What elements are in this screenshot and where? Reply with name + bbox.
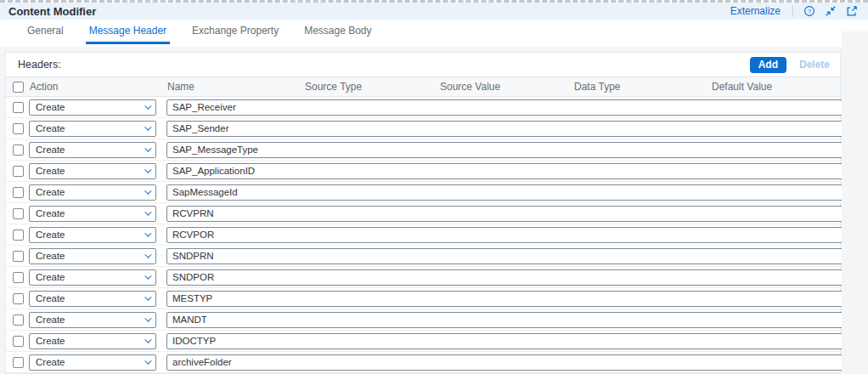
tab-message-body[interactable]: Message Body	[301, 20, 375, 44]
tab-strip: General Message Header Exchange Property…	[0, 20, 868, 44]
chevron-down-icon	[144, 166, 151, 173]
row-checkbox[interactable]	[13, 293, 24, 304]
action-select[interactable]: Create	[29, 163, 156, 179]
chevron-down-icon	[144, 272, 151, 279]
table-row: Create Expression /POSDW/POSTR_CREATEMUL…	[6, 331, 840, 352]
headers-label: Headers:	[18, 59, 61, 71]
table-row: Create Expression	[6, 224, 840, 246]
content-area: Headers: Add Delete Action Name Source T…	[0, 47, 868, 374]
chevron-down-icon	[144, 123, 151, 130]
row-checkbox[interactable]	[13, 102, 24, 113]
headers-panel: Headers: Add Delete Action Name Source T…	[5, 52, 841, 374]
name-input[interactable]	[166, 269, 868, 286]
table-header-row: Action Name Source Type Source Value Dat…	[6, 76, 840, 97]
table-row: Create XPath //_-POSDW_-E1BPTRANS...Sele…	[6, 161, 840, 182]
action-select[interactable]: Create	[29, 354, 156, 371]
chevron-down-icon	[144, 208, 151, 215]
row-checkbox[interactable]	[13, 208, 24, 219]
tab-exchange-property[interactable]: Exchange Property	[189, 20, 282, 44]
column-header-action: Action	[29, 81, 156, 93]
action-select[interactable]: Create	[29, 206, 156, 222]
table-row: Create Expression /POSDW/POSTR_CREATEMUL…	[6, 288, 840, 309]
help-icon[interactable]: ?	[803, 5, 815, 17]
action-select[interactable]: Create	[29, 99, 156, 116]
table-row: Create Expression	[6, 309, 840, 331]
row-checkbox[interactable]	[13, 123, 24, 134]
chevron-down-icon	[144, 357, 151, 364]
action-select[interactable]: Create	[29, 333, 156, 349]
titlebar-divider	[792, 6, 793, 17]
row-checkbox[interactable]	[13, 251, 24, 262]
row-checkbox[interactable]	[13, 187, 24, 198]
externalize-link[interactable]: Externalize	[730, 5, 781, 17]
chevron-down-icon	[144, 314, 151, 321]
table-row: Create Expression	[6, 203, 840, 224]
action-select[interactable]: Create	[29, 184, 156, 201]
chevron-down-icon	[144, 293, 151, 300]
fullscreen-icon[interactable]	[846, 5, 858, 17]
table-row: Create Expression	[6, 246, 840, 267]
tab-general[interactable]: General	[24, 20, 67, 44]
chevron-down-icon	[144, 230, 151, 236]
right-gap	[842, 31, 868, 374]
row-checkbox[interactable]	[13, 314, 24, 326]
window-titlebar: Content Modifier Externalize ?	[0, 3, 868, 20]
name-input[interactable]	[166, 142, 868, 158]
name-input[interactable]	[166, 291, 868, 307]
name-input[interactable]	[166, 312, 868, 328]
table-row: Create Header SAP_MessageProcessing...Se…	[6, 182, 840, 203]
headers-toolbar: Headers: Add Delete	[6, 53, 840, 76]
tab-message-header[interactable]: Message Header	[86, 20, 170, 44]
column-header-source-value: Source Value	[439, 81, 558, 93]
delete-button: Delete	[799, 59, 830, 71]
select-all-checkbox[interactable]	[13, 82, 24, 93]
name-input[interactable]	[166, 121, 868, 137]
table-row: Create Constant	[6, 97, 840, 118]
table-body: Create Constant Create Constant Create C…	[6, 97, 840, 373]
name-input[interactable]	[166, 354, 868, 371]
name-input[interactable]	[166, 248, 868, 264]
action-select[interactable]: Create	[29, 248, 156, 264]
row-checkbox[interactable]	[13, 357, 24, 368]
row-checkbox[interactable]	[13, 230, 24, 241]
chevron-down-icon	[144, 144, 151, 151]
chevron-down-icon	[144, 251, 151, 258]
name-input[interactable]	[166, 227, 868, 243]
row-checkbox[interactable]	[13, 336, 24, 347]
column-header-name: Name	[166, 81, 287, 93]
chevron-down-icon	[144, 102, 151, 109]
name-input[interactable]	[166, 163, 868, 179]
action-select[interactable]: Create	[29, 121, 156, 137]
row-checkbox[interactable]	[13, 272, 24, 283]
page-title: Content Modifier	[8, 5, 96, 18]
row-checkbox[interactable]	[13, 166, 24, 177]
column-header-default-value: Default Value	[711, 81, 839, 93]
table-row: Create Constant Archive	[6, 352, 840, 373]
row-checkbox[interactable]	[13, 144, 24, 156]
table-row: Create Expression	[6, 267, 840, 288]
table-row: Create Constant /POSDW/POSTR_CREATEMULTI…	[6, 139, 840, 161]
name-input[interactable]	[166, 333, 868, 349]
action-select[interactable]: Create	[29, 312, 156, 328]
action-select[interactable]: Create	[29, 142, 156, 158]
action-select[interactable]: Create	[29, 269, 156, 286]
name-input[interactable]	[166, 99, 868, 116]
table-row: Create Constant	[6, 118, 840, 139]
column-header-data-type: Data Type	[573, 81, 703, 93]
add-button[interactable]: Add	[750, 57, 786, 73]
action-select[interactable]: Create	[29, 227, 156, 243]
column-header-source-type: Source Type	[304, 81, 427, 93]
exit-fullscreen-icon[interactable]	[825, 5, 837, 17]
name-input[interactable]	[166, 206, 868, 222]
chevron-down-icon	[144, 187, 151, 194]
name-input[interactable]	[166, 184, 868, 201]
svg-text:?: ?	[808, 8, 811, 15]
chevron-down-icon	[144, 336, 151, 343]
action-select[interactable]: Create	[29, 291, 156, 307]
